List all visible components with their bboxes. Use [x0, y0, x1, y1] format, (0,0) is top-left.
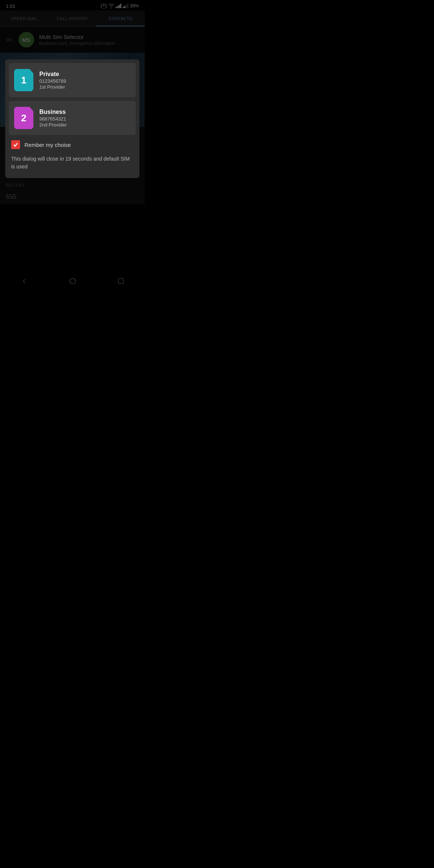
sim-selector-dialog: 1 Private 0123456789 1st Provider 2 Busi… [5, 59, 139, 178]
remember-choice-row[interactable]: Rember my choise [5, 135, 139, 151]
remember-checkbox[interactable] [11, 140, 20, 149]
sim2-provider: 2nd Provider [39, 122, 67, 128]
sim2-details: Business 9887654321 2nd Provider [39, 109, 67, 128]
sim2-number: 9887654321 [39, 116, 67, 122]
sim1-details: Private 0123456789 1st Provider [39, 71, 66, 90]
sim1-name: Private [39, 71, 66, 78]
sim1-number: 0123456789 [39, 78, 66, 84]
sim1-option[interactable]: 1 Private 0123456789 1st Provider [9, 63, 136, 97]
remember-label: Rember my choise [24, 142, 71, 148]
sim1-badge: 1 [14, 69, 33, 91]
sim1-provider: 1st Provider [39, 84, 66, 90]
sim2-option[interactable]: 2 Business 9887654321 2nd Provider [9, 101, 136, 135]
sim2-name: Business [39, 109, 67, 115]
dialog-info-text: This dialog will close in 19 seconds and… [5, 151, 139, 172]
sim2-badge: 2 [14, 107, 33, 129]
